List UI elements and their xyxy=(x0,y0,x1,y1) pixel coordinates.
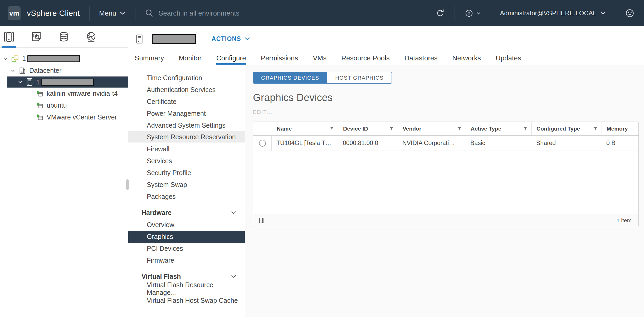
tab-storage[interactable] xyxy=(58,26,70,47)
chevron-down-icon[interactable] xyxy=(17,79,23,85)
nav-item-pci-devices[interactable]: PCI Devices xyxy=(128,243,245,254)
nav-item-virtual-flash-resource-management[interactable]: Virtual Flash Resource Manage… xyxy=(128,283,245,295)
vmware-logo[interactable]: vm xyxy=(8,6,21,20)
nav-item-time-configuration[interactable]: Time Configuration xyxy=(128,72,245,84)
tab-hosts-and-clusters[interactable] xyxy=(3,26,15,47)
nav-section-hardware[interactable]: Hardware xyxy=(128,206,245,219)
filter-icon[interactable] xyxy=(593,127,597,131)
user-label: Administrator@VSPHERE.LOCAL xyxy=(500,9,596,17)
vm-icon xyxy=(36,90,43,97)
datacenter-icon xyxy=(19,67,26,74)
cell-name: TU104GL [Tesla T… xyxy=(272,136,338,151)
toggle-graphics-devices[interactable]: GRAPHICS DEVICES xyxy=(253,72,327,84)
menu-label: Menu xyxy=(99,9,116,17)
header-divider xyxy=(89,6,90,21)
vm-icon xyxy=(36,102,43,109)
radio-column-header xyxy=(253,122,272,135)
tree-item-datacenter[interactable]: Datacenter xyxy=(0,65,128,76)
tab-networking[interactable] xyxy=(85,26,97,47)
inventory-sidebar: 1 Datacenter xyxy=(0,26,128,317)
nav-item-firewall[interactable]: Firewall xyxy=(128,143,245,155)
tab-resource-pools[interactable]: Resource Pools xyxy=(341,51,390,65)
tree-item-label: kalinin-vmware-nvidia-t4 xyxy=(47,90,118,97)
nav-item-overview[interactable]: Overview xyxy=(128,219,245,231)
edit-button[interactable]: EDIT... xyxy=(253,109,639,115)
configure-nav: Time Configuration Authentication Servic… xyxy=(128,65,245,317)
nav-item-certificate[interactable]: Certificate xyxy=(128,96,245,108)
row-radio-button[interactable] xyxy=(259,140,266,147)
table-row[interactable]: TU104GL [Tesla T… 0000:81:00.0 NVIDIA Co… xyxy=(253,136,638,151)
filter-icon[interactable] xyxy=(457,127,461,131)
tree-item-label: 1 xyxy=(36,78,40,86)
nav-item-virtual-flash-host-swap-cache[interactable]: Virtual Flash Host Swap Cache xyxy=(128,295,245,306)
help-menu[interactable]: ? xyxy=(464,8,481,18)
global-search[interactable]: Search in all environments xyxy=(145,9,436,18)
filter-icon[interactable] xyxy=(389,127,393,131)
nav-item-security-profile[interactable]: Security Profile xyxy=(128,167,245,179)
header-divider xyxy=(615,6,615,21)
chevron-down-icon[interactable] xyxy=(10,68,16,74)
tab-vms[interactable]: VMs xyxy=(313,51,326,65)
search-placeholder: Search in all environments xyxy=(159,9,239,17)
tree-item-vm[interactable]: ubuntu xyxy=(0,99,128,111)
user-menu[interactable]: Administrator@VSPHERE.LOCAL xyxy=(500,9,605,17)
tab-datastores[interactable]: Datastores xyxy=(404,51,438,65)
tree-item-vm[interactable]: VMware vCenter Server xyxy=(0,111,128,123)
app-title: vSphere Client xyxy=(27,9,80,18)
vcenter-icon xyxy=(11,55,19,63)
menu-button[interactable]: Menu xyxy=(99,9,126,17)
column-header-name[interactable]: Name xyxy=(272,122,338,135)
column-header-device-id[interactable]: Device ID xyxy=(338,122,398,135)
nav-item-graphics[interactable]: Graphics xyxy=(128,231,245,243)
nav-item-power-management[interactable]: Power Management xyxy=(128,108,245,119)
cell-vendor: NVIDIA Corporati… xyxy=(398,136,466,151)
tab-updates[interactable]: Updates xyxy=(496,51,521,65)
nav-item-firmware[interactable]: Firmware xyxy=(128,254,245,266)
nav-item-advanced-system-settings[interactable]: Advanced System Settings xyxy=(128,119,245,131)
actions-button[interactable]: ACTIONS xyxy=(212,35,250,42)
graphics-devices-table: Name Device ID Vendor xyxy=(253,122,639,227)
nav-item-system-swap[interactable]: System Swap xyxy=(128,179,245,191)
tab-permissions[interactable]: Permissions xyxy=(261,51,298,65)
redacted-host-name xyxy=(41,79,94,86)
column-header-active-type[interactable]: Active Type xyxy=(466,122,531,135)
tree-item-vcenter[interactable]: 1 xyxy=(0,53,128,65)
columns-icon[interactable] xyxy=(259,218,264,223)
toggle-host-graphics[interactable]: HOST GRAPHICS xyxy=(327,72,392,84)
vms-templates-icon xyxy=(31,31,42,43)
tree-item-vm[interactable]: kalinin-vmware-nvidia-t4 xyxy=(0,88,128,99)
column-header-configured-type[interactable]: Configured Type xyxy=(531,122,602,135)
host-icon xyxy=(26,78,33,86)
vsphere-client-window: vm vSphere Client Menu Search in all env… xyxy=(0,0,644,317)
object-header-divider xyxy=(202,31,202,47)
nav-item-authentication-services[interactable]: Authentication Services xyxy=(128,84,245,96)
nav-item-services[interactable]: Services xyxy=(128,155,245,167)
item-count: 1 item xyxy=(617,217,632,224)
tab-monitor[interactable]: Monitor xyxy=(179,51,202,65)
tab-vms-and-templates[interactable] xyxy=(31,26,42,47)
feedback-icon[interactable] xyxy=(625,8,635,18)
tree-item-label: Datacenter xyxy=(29,67,61,74)
column-header-vendor[interactable]: Vendor xyxy=(398,122,466,135)
actions-label: ACTIONS xyxy=(212,35,241,42)
inventory-tree: 1 Datacenter xyxy=(0,48,128,123)
column-header-memory[interactable]: Memory xyxy=(602,122,638,135)
refresh-icon[interactable] xyxy=(436,8,445,18)
tab-configure[interactable]: Configure xyxy=(216,51,246,65)
tree-item-host-selected[interactable]: 1 xyxy=(7,76,128,88)
help-icon: ? xyxy=(464,8,474,18)
header-divider xyxy=(455,6,455,21)
chevron-down-icon[interactable] xyxy=(2,56,8,62)
networking-icon xyxy=(85,31,97,43)
header-actions: ? Administrator@VSPHERE.LOCAL xyxy=(436,6,635,21)
nav-item-system-resource-reservation[interactable]: System Resource Reservation xyxy=(128,131,245,143)
tab-summary[interactable]: Summary xyxy=(135,51,164,65)
nav-item-packages[interactable]: Packages xyxy=(128,191,245,203)
redacted-object-name xyxy=(152,34,196,44)
chevron-down-icon xyxy=(601,12,605,15)
chevron-down-icon xyxy=(120,11,126,15)
sidebar-scrollbar[interactable] xyxy=(126,179,129,190)
filter-icon[interactable] xyxy=(523,127,527,131)
tab-networks[interactable]: Networks xyxy=(452,51,481,65)
filter-icon[interactable] xyxy=(330,127,334,131)
